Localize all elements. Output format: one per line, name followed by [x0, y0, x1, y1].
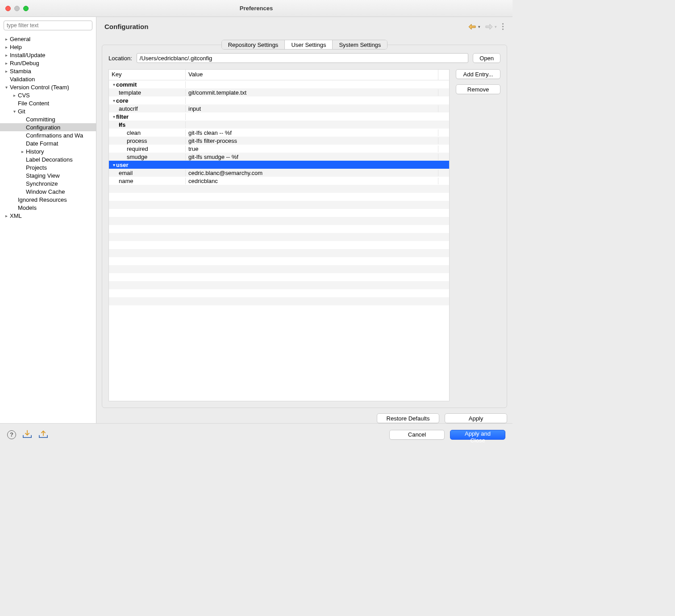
table-row[interactable]: emailcedric.blanc@semarchy.com	[109, 169, 449, 177]
tree-item-help[interactable]: ▸Help	[0, 43, 96, 51]
preferences-tree: ▸General ▸Help ▸Install/Update ▸Run/Debu…	[0, 34, 96, 423]
tree-item-projects[interactable]: Projects	[0, 163, 96, 171]
view-menu-button[interactable]	[501, 22, 504, 31]
tree-item-general[interactable]: ▸General	[0, 35, 96, 43]
table-row[interactable]: requiredtrue	[109, 145, 449, 153]
tree-item-stambia[interactable]: ▸Stambia	[0, 67, 96, 75]
config-table: Key Value ▾commit templategit/commit.tem…	[108, 69, 450, 401]
tab-system-settings[interactable]: System Settings	[332, 40, 388, 50]
tree-item-window-cache[interactable]: Window Cache	[0, 187, 96, 196]
chevron-down-icon: ▾	[4, 85, 9, 90]
chevron-down-icon: ▾	[12, 109, 17, 114]
tree-item-ignored-resources[interactable]: Ignored Resources	[0, 196, 96, 204]
tree-item-committing[interactable]: Committing	[0, 115, 96, 123]
tree-item-staging-view[interactable]: Staging View	[0, 171, 96, 179]
tree-item-confirmations[interactable]: Confirmations and Wa	[0, 131, 96, 139]
dropdown-caret-icon: ▾	[478, 25, 480, 29]
chevron-down-icon: ▾	[111, 82, 116, 87]
restore-defaults-button[interactable]: Restore Defaults	[377, 413, 439, 423]
tree-item-models[interactable]: Models	[0, 204, 96, 212]
remove-button[interactable]: Remove	[456, 84, 500, 94]
window-title: Preferences	[0, 5, 512, 12]
page-title: Configuration	[104, 23, 148, 30]
apply-and-close-button[interactable]: Apply and Close	[450, 430, 505, 440]
tree-item-run-debug[interactable]: ▸Run/Debug	[0, 59, 96, 67]
table-row[interactable]: processgit-lfs filter-process	[109, 137, 449, 145]
table-row[interactable]: ▾filter	[109, 112, 449, 121]
filter-input[interactable]	[4, 21, 92, 30]
tab-repository-settings[interactable]: Repository Settings	[221, 40, 285, 50]
tree-item-configuration[interactable]: Configuration	[0, 123, 96, 131]
chevron-right-icon: ▸	[4, 213, 9, 218]
chevron-right-icon: ▸	[12, 93, 17, 98]
tree-item-cvs[interactable]: ▸CVS	[0, 91, 96, 99]
table-row[interactable]: ▾core	[109, 96, 449, 104]
chevron-down-icon: ▾	[111, 162, 116, 167]
nav-back-button[interactable]: ▾	[468, 24, 480, 30]
table-row[interactable]: autocrlfinput	[109, 104, 449, 112]
chevron-right-icon: ▸	[4, 45, 9, 50]
tree-item-date-format[interactable]: Date Format	[0, 139, 96, 147]
table-row[interactable]: templategit/commit.template.txt	[109, 88, 449, 96]
chevron-right-icon: ▸	[4, 37, 9, 42]
help-icon[interactable]: ?	[7, 430, 16, 439]
chevron-down-icon: ▾	[111, 98, 116, 103]
tree-item-xml[interactable]: ▸XML	[0, 212, 96, 220]
preferences-sidebar: ▸General ▸Help ▸Install/Update ▸Run/Debu…	[0, 17, 96, 423]
chevron-right-icon: ▸	[4, 53, 9, 58]
tree-item-validation[interactable]: Validation	[0, 75, 96, 83]
location-label: Location:	[108, 55, 132, 62]
table-row[interactable]: ▾commit	[109, 80, 449, 88]
table-row[interactable]: cleangit-lfs clean -- %f	[109, 129, 449, 137]
cancel-button[interactable]: Cancel	[389, 430, 445, 440]
settings-tabs: Repository Settings User Settings System…	[221, 40, 388, 50]
nav-forward-button[interactable]: ▾	[485, 24, 497, 30]
tree-item-file-content[interactable]: File Content	[0, 99, 96, 107]
column-header-value[interactable]: Value	[186, 70, 438, 80]
column-header-key[interactable]: Key	[109, 70, 186, 80]
table-row[interactable]: ▾lfs	[109, 121, 449, 129]
tree-item-git[interactable]: ▾Git	[0, 107, 96, 115]
tab-user-settings[interactable]: User Settings	[284, 40, 333, 50]
chevron-right-icon: ▸	[20, 149, 25, 154]
tree-item-install-update[interactable]: ▸Install/Update	[0, 51, 96, 59]
titlebar: Preferences	[0, 0, 512, 17]
chevron-down-icon: ▾	[111, 122, 119, 127]
export-icon[interactable]	[38, 429, 48, 440]
table-row[interactable]: smudgegit-lfs smudge -- %f	[109, 153, 449, 161]
location-input[interactable]	[137, 53, 468, 63]
tree-item-label-decorations[interactable]: Label Decorations	[0, 155, 96, 163]
apply-button[interactable]: Apply	[445, 413, 507, 423]
tree-item-history[interactable]: ▸History	[0, 147, 96, 155]
tree-item-version-control[interactable]: ▾Version Control (Team)	[0, 83, 96, 91]
import-icon[interactable]	[22, 429, 32, 440]
chevron-right-icon: ▸	[4, 61, 9, 66]
tree-item-synchronize[interactable]: Synchronize	[0, 179, 96, 187]
add-entry-button[interactable]: Add Entry...	[456, 69, 500, 79]
chevron-right-icon: ▸	[4, 69, 9, 74]
dropdown-caret-icon: ▾	[495, 25, 497, 29]
open-button[interactable]: Open	[473, 53, 500, 63]
chevron-down-icon: ▾	[111, 114, 116, 119]
table-row[interactable]: ▾user	[109, 161, 449, 169]
table-row[interactable]: namecedricblanc	[109, 177, 449, 185]
dialog-button-bar: ? Cancel Apply and Close	[0, 423, 512, 445]
